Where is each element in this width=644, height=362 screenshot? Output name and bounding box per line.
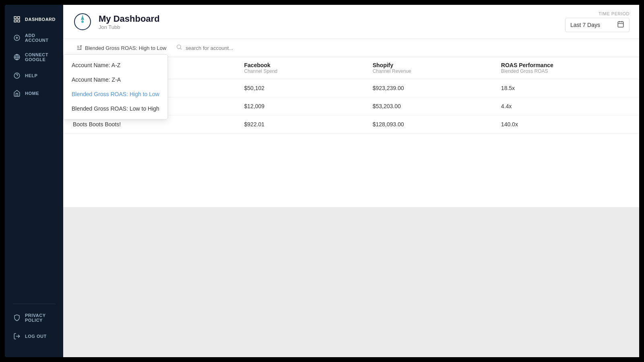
- th-shopify: Shopify Channel Revenue: [373, 62, 501, 74]
- sidebar-item-connect-google[interactable]: Connect Google: [8, 48, 60, 66]
- shopify-revenue-3: $128,093.00: [373, 121, 501, 128]
- sidebar-item-connect-google-label: Connect Google: [25, 52, 55, 62]
- calendar-icon: [617, 21, 624, 29]
- main-content: My Dashboard Jon Tubb Time Period Last 7…: [63, 5, 639, 357]
- toolbar: Blended Gross ROAS: High to Low Account …: [63, 39, 639, 57]
- header: My Dashboard Jon Tubb Time Period Last 7…: [63, 5, 639, 39]
- time-period-value: Last 7 Days: [570, 22, 614, 28]
- facebook-spend-3: $922.01: [244, 121, 373, 128]
- sidebar-item-privacy-policy[interactable]: Privacy Policy: [8, 309, 60, 327]
- sidebar-item-home-label: Home: [25, 91, 39, 96]
- sidebar: Dashboard Add Account: [5, 5, 63, 357]
- dropdown-item-name-za[interactable]: Account Name: Z-A: [64, 72, 167, 87]
- svg-rect-3: [18, 20, 20, 22]
- facebook-spend-1: $50,102: [244, 85, 373, 91]
- svg-rect-0: [14, 16, 16, 19]
- th-facebook-sublabel: Channel Spend: [244, 68, 373, 74]
- sort-button[interactable]: Blended Gross ROAS: High to Low: [73, 43, 169, 53]
- sidebar-item-help-label: Help: [25, 73, 37, 78]
- th-roas: ROAS Performance Blended Gross ROAS: [501, 62, 630, 74]
- user-name: Jon Tubb: [99, 24, 160, 30]
- sidebar-item-log-out[interactable]: Log Out: [8, 328, 60, 344]
- sidebar-item-help[interactable]: Help: [8, 68, 60, 84]
- search-icon: [176, 44, 182, 52]
- time-period-container: Time Period Last 7 Days: [565, 11, 630, 32]
- dropdown-item-roas-low-high[interactable]: Blended Gross ROAS: Low to High: [64, 101, 167, 116]
- dropdown-item-roas-high-low[interactable]: Blended Gross ROAS: High to Low: [64, 87, 167, 101]
- sort-icon: [76, 45, 83, 51]
- sidebar-item-home[interactable]: Home: [8, 85, 60, 101]
- page-title: My Dashboard: [99, 14, 160, 24]
- link-icon: [13, 53, 21, 61]
- time-period-selector[interactable]: Last 7 Days: [565, 18, 630, 32]
- time-period-label: Time Period: [599, 11, 630, 16]
- account-name-3: Boots Boots Boots!: [73, 121, 244, 128]
- shield-icon: [13, 314, 21, 322]
- header-left: My Dashboard Jon Tubb: [73, 12, 160, 31]
- sort-dropdown: Account Name: A-Z Account Name: Z-A Blen…: [63, 54, 168, 119]
- svg-rect-15: [618, 22, 623, 27]
- th-facebook: Facebook Channel Spend: [244, 62, 373, 74]
- content-area: [63, 207, 639, 357]
- facebook-spend-2: $12,009: [244, 103, 373, 109]
- sidebar-item-privacy-policy-label: Privacy Policy: [25, 313, 55, 323]
- shopify-revenue-2: $53,203.00: [373, 103, 501, 109]
- search-container: [176, 44, 630, 52]
- th-roas-sublabel: Blended Gross ROAS: [501, 68, 630, 74]
- search-input[interactable]: [186, 45, 630, 51]
- svg-rect-2: [14, 20, 16, 22]
- sidebar-item-log-out-label: Log Out: [25, 334, 47, 339]
- home-icon: [13, 89, 21, 97]
- th-shopify-sublabel: Channel Revenue: [373, 68, 501, 74]
- header-titles: My Dashboard Jon Tubb: [99, 14, 160, 30]
- th-facebook-label: Facebook: [244, 62, 373, 68]
- sidebar-item-dashboard-label: Dashboard: [25, 17, 56, 22]
- dropdown-item-name-az[interactable]: Account Name: A-Z: [64, 58, 167, 72]
- sidebar-item-dashboard[interactable]: Dashboard: [8, 11, 60, 27]
- svg-line-24: [180, 48, 182, 49]
- log-out-icon: [13, 332, 21, 340]
- sidebar-divider: [13, 304, 55, 304]
- svg-point-13: [81, 21, 84, 23]
- th-roas-label: ROAS Performance: [501, 62, 630, 68]
- sidebar-item-add-account-label: Add Account: [25, 33, 55, 43]
- svg-rect-1: [18, 16, 20, 19]
- shopify-revenue-1: $923,239.00: [373, 85, 501, 91]
- sort-label: Blended Gross ROAS: High to Low: [85, 45, 166, 51]
- help-circle-icon: [13, 72, 21, 80]
- sidebar-item-add-account[interactable]: Add Account: [8, 29, 60, 47]
- th-shopify-label: Shopify: [373, 62, 501, 68]
- roas-value-3: 140.0x: [501, 121, 630, 128]
- plus-circle-icon: [13, 34, 21, 42]
- svg-point-23: [177, 45, 181, 49]
- roas-value-2: 4.4x: [501, 103, 630, 109]
- grid-icon: [13, 15, 21, 23]
- logo: [73, 12, 92, 31]
- roas-value-1: 18.5x: [501, 85, 630, 91]
